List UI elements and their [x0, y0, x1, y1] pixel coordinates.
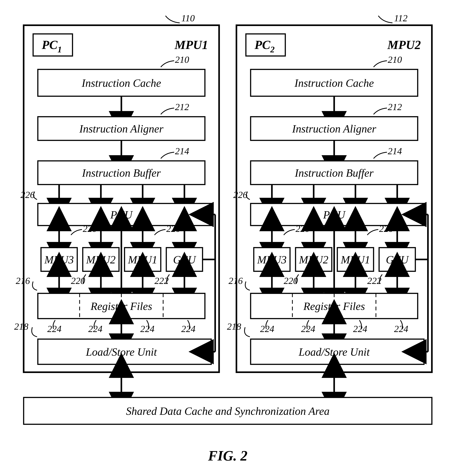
- mfu2-text-1: MFU2: [86, 254, 116, 266]
- lead-220c-1: [155, 230, 166, 235]
- ref-mfu1-2: 220: [379, 223, 393, 234]
- ref-icache-2: 210: [388, 54, 402, 65]
- lead-210-1: [161, 61, 174, 67]
- ref-224d-2: 224: [394, 324, 408, 334]
- regfiles-text-1: Register Files: [91, 300, 152, 312]
- ref-224d-1: 224: [181, 324, 195, 334]
- ref-mpu1-outer: 110: [181, 13, 195, 23]
- lead-218-1: [32, 327, 37, 337]
- mpu1-group: 110 PC1 MPU1 210 Instruction Cache 212 I…: [14, 13, 219, 372]
- lead-218-2: [244, 327, 250, 337]
- aligner-text-2: Instruction Aligner: [292, 123, 376, 135]
- mfu1-text-1: MFU1: [128, 254, 158, 266]
- mpu2-title: MPU2: [387, 38, 421, 51]
- lead-220c-2: [367, 230, 378, 235]
- aligner-text-1: Instruction Aligner: [79, 123, 164, 135]
- ref-224a-1: 224: [47, 324, 61, 334]
- ref-224b-1: 224: [88, 324, 102, 334]
- ref-gfu-1: 222: [155, 276, 169, 286]
- lead-220a-2: [284, 230, 295, 235]
- ref-aligner-1: 212: [175, 102, 189, 112]
- diagram-root: text { font-family: Georgia, 'Times New …: [0, 0, 456, 476]
- ref-mfu3-1: 220: [83, 223, 97, 234]
- lsu-text-1: Load/Store Unit: [86, 346, 157, 358]
- lead-110: [166, 16, 180, 23]
- mfu3-text-2: MFU3: [257, 254, 287, 266]
- figure-caption: FIG. 2: [208, 448, 248, 464]
- ibuffer-text-2: Instruction Buffer: [295, 167, 373, 179]
- ref-icache-1: 210: [175, 54, 189, 65]
- lead-220a-1: [71, 230, 82, 235]
- ref-pcu-1: 226: [20, 190, 35, 200]
- lead-112: [378, 16, 392, 23]
- icache-text-2: Instruction Cache: [294, 77, 374, 89]
- ref-buffer-2: 214: [388, 146, 402, 156]
- ref-lsu-2: 218: [227, 321, 241, 332]
- ref-224c-1: 224: [140, 324, 155, 334]
- gfu-text-2: GFU: [386, 254, 409, 266]
- regfiles-text-2: Register Files: [303, 300, 365, 312]
- mpu2-group: 112 PC2 MPU2 210 Instruction Cache 212 I…: [227, 13, 432, 372]
- mfu2-text-2: MFU2: [299, 254, 329, 266]
- lead-212-2: [373, 108, 387, 114]
- ref-mpu2-outer: 112: [394, 13, 408, 23]
- icache-text-1: Instruction Cache: [82, 77, 161, 89]
- pcu-text-2: PCU: [323, 209, 346, 221]
- ref-regfiles-2: 216: [229, 276, 243, 286]
- lead-210-2: [373, 61, 387, 67]
- ref-regfiles-1: 216: [16, 276, 30, 286]
- ref-224b-2: 224: [301, 324, 315, 334]
- mfu3-text-1: MFU3: [44, 254, 74, 266]
- ref-gfu-2: 222: [367, 276, 381, 286]
- lead-216-1: [33, 281, 37, 290]
- ref-pcu-2: 226: [233, 190, 248, 200]
- ibuffer-text-1: Instruction Buffer: [82, 167, 161, 179]
- lsu-text-2: Load/Store Unit: [298, 346, 370, 358]
- mpu1-title: MPU1: [174, 38, 208, 51]
- gfu-text-1: GFU: [173, 254, 196, 266]
- lead-214-1: [161, 152, 174, 159]
- lead-216-2: [245, 281, 250, 290]
- ref-mfu2-2: 220: [284, 276, 298, 286]
- ref-224c-2: 224: [353, 324, 367, 334]
- shared-cache-text: Shared Data Cache and Synchronization Ar…: [126, 405, 330, 417]
- pcu-text-1: PCU: [110, 209, 133, 221]
- ref-aligner-2: 212: [388, 102, 402, 112]
- ref-mfu3-2: 220: [296, 223, 310, 234]
- ref-mfu2-1: 220: [71, 276, 85, 286]
- ref-lsu-1: 218: [14, 321, 28, 332]
- ref-mfu1-1: 220: [166, 223, 181, 234]
- ref-buffer-1: 214: [175, 146, 189, 156]
- lead-212-1: [161, 108, 174, 114]
- lead-214-2: [373, 152, 387, 159]
- mfu1-text-2: MFU1: [341, 254, 370, 266]
- ref-224a-2: 224: [260, 324, 274, 334]
